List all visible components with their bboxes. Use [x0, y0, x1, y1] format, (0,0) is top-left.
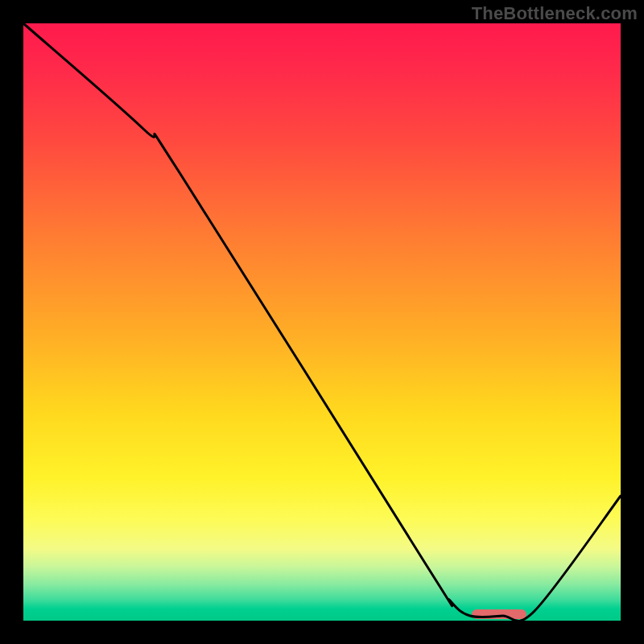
chart-stage: TheBottleneck.com — [0, 0, 644, 644]
curve-path — [23, 23, 621, 621]
bottleneck-curve — [23, 23, 621, 621]
plot-area — [23, 23, 621, 621]
watermark-text: TheBottleneck.com — [472, 3, 638, 24]
